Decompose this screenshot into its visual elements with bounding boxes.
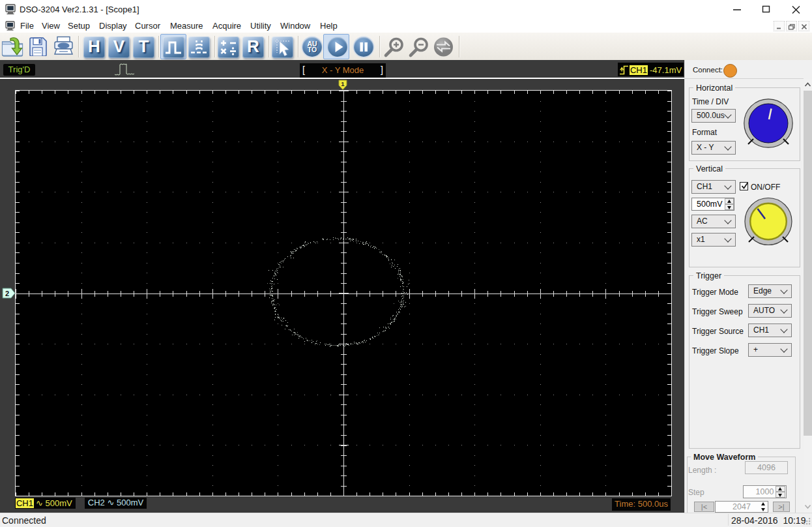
svg-text:1: 1 [341, 80, 345, 87]
svg-text:2: 2 [5, 290, 9, 297]
